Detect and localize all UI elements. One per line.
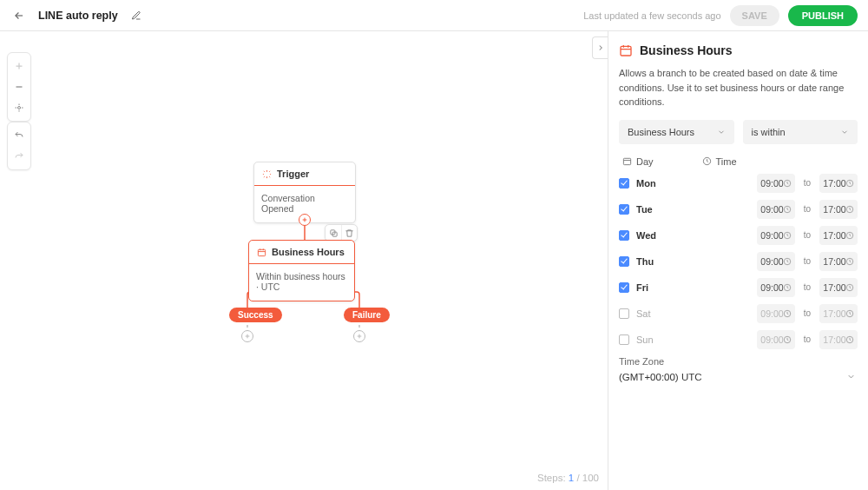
plus-icon xyxy=(356,333,363,340)
to-label: to xyxy=(802,178,812,188)
day-name: Thu xyxy=(636,256,659,267)
delete-node-button[interactable] xyxy=(341,225,357,241)
plus-icon xyxy=(244,333,251,340)
steps-counter: Steps: 1 / 100 xyxy=(537,473,599,483)
to-label: to xyxy=(802,230,812,240)
save-button[interactable]: SAVE xyxy=(730,5,779,26)
day-name: Fri xyxy=(636,282,659,293)
end-time-input[interactable]: 17:00 xyxy=(819,174,858,193)
history-toolbox xyxy=(7,122,31,170)
chevron-down-icon xyxy=(840,128,849,136)
start-time-input[interactable]: 09:00 xyxy=(757,304,795,323)
day-row: Fri09:00to17:00 xyxy=(619,278,858,297)
zoom-toolbox xyxy=(7,52,31,122)
to-label: to xyxy=(802,308,812,318)
end-time-input[interactable]: 17:00 xyxy=(819,278,858,297)
clock-icon xyxy=(702,156,712,166)
day-time-header: Day Time xyxy=(619,156,858,167)
collapse-panel-button[interactable] xyxy=(592,36,608,59)
crosshair-icon xyxy=(14,103,24,113)
start-time-input[interactable]: 09:00 xyxy=(757,278,795,297)
branch-failure[interactable]: Failure xyxy=(344,308,390,322)
day-row: Wed09:00to17:00 xyxy=(619,226,858,245)
calendar-icon xyxy=(257,248,266,257)
undo-icon xyxy=(13,130,25,141)
chevron-down-icon xyxy=(846,372,856,381)
to-label: to xyxy=(802,334,812,344)
copy-node-button[interactable] xyxy=(326,225,341,241)
clock-icon xyxy=(783,335,792,344)
add-step-button[interactable] xyxy=(299,214,311,226)
start-time-input[interactable]: 09:00 xyxy=(757,252,795,271)
panel-title: Business Hours xyxy=(619,43,858,57)
trash-icon xyxy=(345,228,354,238)
add-step-success-button[interactable] xyxy=(241,330,253,342)
start-time-input[interactable]: 09:00 xyxy=(757,226,795,245)
plus-icon xyxy=(301,216,308,223)
copy-icon xyxy=(329,228,339,238)
day-name: Sat xyxy=(636,308,659,319)
clock-icon xyxy=(845,231,854,240)
side-panel: Business Hours Allows a branch to be cre… xyxy=(608,31,868,490)
day-checkbox[interactable] xyxy=(619,178,629,189)
clock-icon xyxy=(845,179,854,188)
minus-icon xyxy=(14,82,24,92)
add-step-failure-button[interactable] xyxy=(353,330,365,342)
calendar-icon xyxy=(619,43,633,57)
start-time-input[interactable]: 09:00 xyxy=(757,330,795,349)
day-checkbox[interactable] xyxy=(619,230,629,241)
day-row: Sat09:00to17:00 xyxy=(619,304,858,323)
publish-button[interactable]: PUBLISH xyxy=(788,5,858,26)
top-bar: LINE auto reply Last updated a few secon… xyxy=(0,0,868,31)
node-actions xyxy=(325,224,358,242)
end-time-input[interactable]: 17:00 xyxy=(819,200,858,219)
workflow-canvas[interactable]: Trigger Conversation Opened Business Hou… xyxy=(0,31,608,490)
redo-icon xyxy=(13,151,25,162)
timezone-select[interactable]: (GMT+00:00) UTC xyxy=(619,372,858,382)
node-business-hours[interactable]: Business Hours Within business hours · U… xyxy=(248,240,355,301)
day-name: Mon xyxy=(636,178,659,189)
clock-icon xyxy=(845,309,854,318)
to-label: to xyxy=(802,256,812,266)
undo-button[interactable] xyxy=(9,126,30,145)
back-button[interactable] xyxy=(10,7,28,24)
zoom-in-button[interactable] xyxy=(9,56,30,76)
edit-title-button[interactable] xyxy=(128,8,144,23)
node-business-hours-body: Within business hours · UTC xyxy=(249,264,354,301)
last-updated-text: Last updated a few seconds ago xyxy=(583,10,720,21)
clock-icon xyxy=(845,257,854,266)
svg-rect-8 xyxy=(621,46,631,56)
svg-rect-9 xyxy=(623,158,630,164)
chevron-down-icon xyxy=(717,128,726,136)
start-time-input[interactable]: 09:00 xyxy=(757,200,795,219)
condition-type-select[interactable]: Business Hours xyxy=(619,120,734,144)
day-checkbox[interactable] xyxy=(619,282,629,293)
clock-icon xyxy=(845,335,854,344)
branch-success[interactable]: Success xyxy=(229,308,282,322)
clock-icon xyxy=(783,179,792,188)
day-name: Wed xyxy=(636,230,659,241)
clock-icon xyxy=(845,283,854,292)
day-checkbox[interactable] xyxy=(619,204,629,215)
redo-button[interactable] xyxy=(9,147,30,166)
day-checkbox[interactable] xyxy=(619,256,629,267)
start-time-input[interactable]: 09:00 xyxy=(757,174,795,193)
end-time-input[interactable]: 17:00 xyxy=(819,304,858,323)
day-row: Tue09:00to17:00 xyxy=(619,200,858,219)
fit-view-button[interactable] xyxy=(9,98,30,117)
day-name: Tue xyxy=(636,204,659,215)
zoom-out-button[interactable] xyxy=(9,77,30,96)
panel-description: Allows a branch to be created based on d… xyxy=(619,66,858,109)
clock-icon xyxy=(783,231,792,240)
spark-icon xyxy=(262,169,272,179)
pencil-icon xyxy=(131,10,141,21)
calendar-icon xyxy=(622,156,632,166)
end-time-input[interactable]: 17:00 xyxy=(819,252,858,271)
end-time-input[interactable]: 17:00 xyxy=(819,226,858,245)
condition-operator-select[interactable]: is within xyxy=(743,120,858,144)
to-label: to xyxy=(802,204,812,214)
end-time-input[interactable]: 17:00 xyxy=(819,330,858,349)
chevron-right-icon xyxy=(596,43,605,52)
day-checkbox[interactable] xyxy=(619,308,629,319)
day-checkbox[interactable] xyxy=(619,334,629,345)
